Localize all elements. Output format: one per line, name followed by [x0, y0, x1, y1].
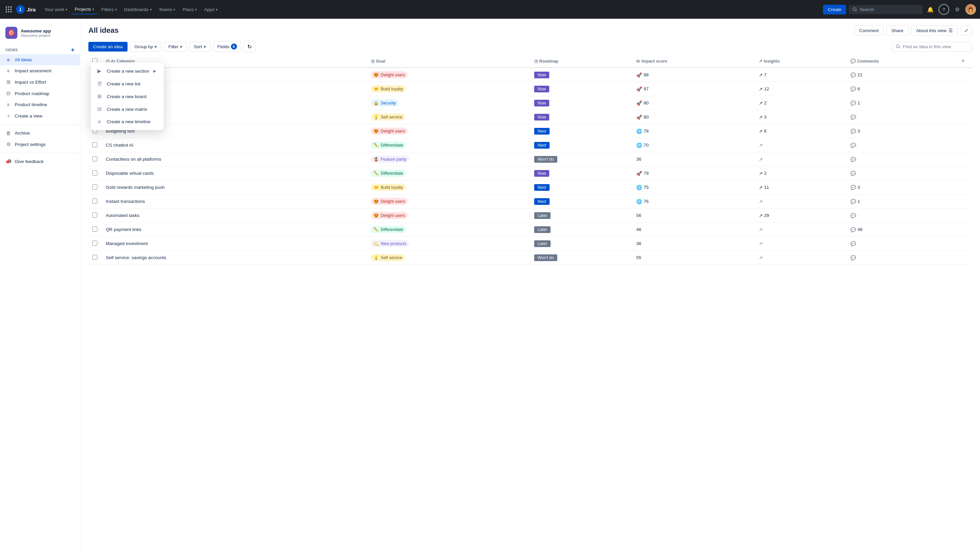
svg-rect-3 — [6, 9, 7, 10]
dropdown-item-icon: ▶ — [96, 68, 103, 74]
views-dropdown-menu: ▶ Create a new section ▶ ☰ Create a new … — [91, 62, 164, 130]
svg-rect-1 — [8, 6, 10, 8]
dropdown-item-icon: ≡ — [96, 119, 103, 124]
nav-dashboards[interactable]: Dashboards ▾ — [121, 5, 155, 14]
user-avatar[interactable]: 👩 — [965, 4, 976, 15]
dropdown-item-label: Create a new list — [107, 81, 141, 86]
nav-projects[interactable]: Projects ▾ — [71, 5, 97, 14]
svg-rect-5 — [10, 9, 12, 10]
notifications-button[interactable]: 🔔 — [925, 4, 936, 15]
svg-rect-7 — [8, 11, 10, 13]
dropdown-item-label: Create a new timeline — [107, 119, 151, 124]
dropdown-item-3[interactable]: ⊟ Create a new matrix — [91, 103, 164, 116]
dropdown-item-icon: ⊞ — [96, 93, 103, 99]
search-icon — [853, 7, 857, 12]
nav-plans[interactable]: Plans ▾ — [179, 5, 200, 14]
svg-rect-6 — [6, 11, 7, 13]
dropdown-item-1[interactable]: ☰ Create a new list — [91, 77, 164, 90]
jira-logo[interactable]: Jira — [16, 5, 36, 14]
dropdown-item-label: Create a new matrix — [107, 107, 147, 112]
settings-button[interactable]: ⚙ — [952, 4, 963, 15]
dropdown-item-icon: ☰ — [96, 81, 103, 87]
dropdown-item-label: Create a new board — [107, 94, 146, 99]
global-search[interactable] — [849, 5, 923, 14]
dropdown-item-2[interactable]: ⊞ Create a new board — [91, 90, 164, 103]
nav-teams[interactable]: Teams ▾ — [156, 5, 179, 14]
dropdown-overlay[interactable]: ▶ Create a new section ▶ ☰ Create a new … — [0, 0, 980, 552]
dropdown-item-label: Create a new section — [107, 68, 149, 74]
dropdown-arrow-icon: ▶ — [153, 69, 156, 73]
svg-rect-8 — [10, 11, 12, 13]
app-switcher-button[interactable] — [4, 5, 13, 14]
main-nav: Your work ▾ Projects ▾ Filters ▾ Dashboa… — [41, 5, 821, 14]
help-button[interactable]: ? — [939, 4, 949, 15]
svg-rect-4 — [8, 9, 10, 10]
svg-rect-2 — [10, 6, 12, 8]
logo-text: Jira — [27, 7, 36, 13]
nav-apps[interactable]: Apps ▾ — [201, 5, 221, 14]
topnav-right: 🔔 ? ⚙ 👩 — [849, 4, 976, 15]
top-navigation: Jira Your work ▾ Projects ▾ Filters ▾ Da… — [0, 0, 980, 19]
dropdown-item-4[interactable]: ≡ Create a new timeline — [91, 116, 164, 128]
svg-point-9 — [853, 8, 856, 11]
dropdown-item-0[interactable]: ▶ Create a new section ▶ — [91, 65, 164, 77]
search-input[interactable] — [860, 7, 918, 12]
svg-line-10 — [856, 10, 857, 11]
create-button[interactable]: Create — [823, 5, 846, 14]
nav-filters[interactable]: Filters ▾ — [98, 5, 120, 14]
dropdown-item-icon: ⊟ — [96, 106, 103, 112]
svg-rect-0 — [6, 6, 7, 8]
nav-your-work[interactable]: Your work ▾ — [41, 5, 71, 14]
